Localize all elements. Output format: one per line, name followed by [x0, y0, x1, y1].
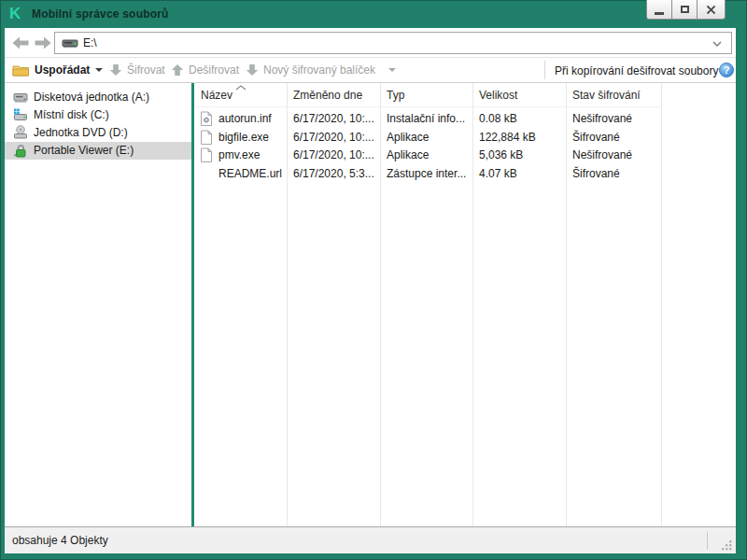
column-header-type[interactable]: Typ [387, 83, 404, 106]
minimize-button[interactable] [646, 0, 672, 20]
column-header-modified[interactable]: Změněno dne [293, 83, 362, 106]
window-title: Mobilní správce souborů [32, 7, 169, 21]
folder-icon [12, 63, 30, 77]
decrypt-button[interactable]: Dešifrovat [171, 58, 239, 82]
decrypt-on-copy-label: Při kopírování dešifrovat soubory [555, 64, 718, 77]
decrypt-label: Dešifrovat [189, 63, 239, 77]
status-bar: obsahuje 4 Objekty [5, 526, 736, 553]
file-encryption-status: Šifrované [572, 165, 620, 183]
file-name: pmv.exe [218, 147, 260, 164]
file-row-readme-url[interactable]: README.url 6/17/2020, 5:3... Zástupce in… [194, 165, 736, 183]
chevron-down-icon[interactable] [712, 41, 722, 48]
file-type: Zástupce inter... [387, 165, 466, 183]
back-button[interactable] [10, 35, 31, 50]
resize-grip-icon[interactable] [721, 539, 732, 551]
file-size: 0.08 kB [479, 110, 517, 128]
file-modified: 6/17/2020, 10:... [293, 110, 374, 128]
file-size: 122,884 kB [479, 129, 536, 147]
arrow-up-icon [171, 63, 184, 77]
new-package-dropdown-caret-icon [388, 68, 396, 72]
window-controls [647, 0, 726, 20]
drive-label: Místní disk (C:) [34, 106, 109, 124]
drive-icon [62, 36, 78, 49]
sort-ascending-icon [235, 85, 247, 91]
generic-file-icon [200, 147, 213, 163]
file-name: README.url [218, 165, 282, 183]
arrow-down-icon [109, 63, 122, 77]
drive-label: Portable Viewer (E:) [34, 142, 134, 160]
drive-list: Disketová jednotka (A:) Místní disk (C:)… [5, 83, 191, 526]
kaspersky-logo-icon: K [9, 5, 21, 23]
file-encryption-status: Šifrované [572, 129, 620, 147]
file-row-autorun-inf[interactable]: autorun.inf 6/17/2020, 10:... Instalační… [194, 110, 736, 128]
encrypt-button[interactable]: Šifrovat [109, 58, 165, 82]
sidebar-item-drive-d[interactable]: Jednotka DVD (D:) [5, 124, 191, 142]
app-window: K Mobilní správce souborů [0, 0, 747, 560]
sidebar-item-drive-c[interactable]: Místní disk (C:) [5, 106, 191, 124]
organize-dropdown-caret-icon [95, 68, 103, 72]
close-icon [706, 5, 716, 15]
close-button[interactable] [697, 0, 726, 20]
floppy-drive-icon [13, 90, 28, 105]
file-modified: 6/17/2020, 10:... [293, 129, 374, 147]
maximize-button[interactable] [671, 0, 698, 20]
titlebar: K Mobilní správce souborů [0, 0, 747, 28]
file-encryption-status: Nešifrované [572, 110, 632, 128]
setup-info-file-icon [200, 111, 213, 127]
file-row-pmv-exe[interactable]: pmv.exe 6/17/2020, 10:... Aplikace 5,036… [194, 147, 736, 164]
dvd-drive-icon [13, 125, 28, 140]
file-size: 5,036 kB [479, 147, 523, 164]
column-header-name[interactable]: Název [201, 83, 233, 106]
maximize-icon [681, 6, 689, 13]
file-size: 4.07 kB [479, 165, 517, 183]
navigation-bar: E:\ [5, 28, 736, 58]
file-list: Název Změněno dne Typ Velikost Stav šifr… [194, 83, 736, 526]
sidebar-item-drive-e-selected[interactable]: Portable Viewer (E:) [5, 142, 191, 160]
arrow-down-icon [246, 63, 259, 77]
drive-label: Disketová jednotka (A:) [34, 89, 149, 106]
file-type: Aplikace [387, 147, 429, 164]
file-encryption-status: Nešifrované [572, 147, 632, 164]
file-type: Aplikace [387, 129, 429, 147]
column-header-encryption-status[interactable]: Stav šifrování [572, 83, 641, 106]
column-header-size[interactable]: Velikost [479, 83, 517, 106]
file-modified: 6/17/2020, 5:3... [293, 165, 374, 183]
address-path: E:\ [83, 36, 97, 49]
header-divider [194, 106, 661, 107]
generic-file-icon [200, 130, 213, 146]
hard-drive-icon [13, 107, 28, 122]
new-encrypted-package-button[interactable]: Nový šifrovaný balíček [246, 58, 396, 82]
sidebar-item-drive-a[interactable]: Disketová jednotka (A:) [5, 89, 191, 106]
encrypted-drive-lock-icon [13, 143, 28, 158]
drive-label: Jednotka DVD (D:) [34, 124, 128, 142]
help-icon[interactable] [719, 63, 734, 77]
file-name: bigfile.exe [218, 129, 269, 147]
toolbar-separator [544, 61, 545, 79]
file-row-bigfile-exe[interactable]: bigfile.exe 6/17/2020, 10:... Aplikace 1… [194, 129, 736, 147]
toolbar: Uspořádat Šifrovat Dešifrovat Nový šifro… [5, 58, 736, 83]
organize-label: Uspořádat [35, 63, 90, 77]
file-modified: 6/17/2020, 10:... [293, 147, 374, 164]
statusbar-separator [707, 532, 708, 550]
forward-button[interactable] [33, 35, 53, 50]
encrypt-label: Šifrovat [127, 63, 165, 77]
organize-button[interactable]: Uspořádat [12, 58, 103, 82]
status-text: obsahuje 4 Objekty [12, 527, 108, 553]
file-name: autorun.inf [218, 110, 272, 128]
minimize-icon [655, 12, 664, 15]
new-encrypted-package-label: Nový šifrovaný balíček [263, 63, 375, 77]
file-type: Instalační info... [387, 110, 465, 128]
address-bar[interactable]: E:\ [54, 32, 732, 54]
